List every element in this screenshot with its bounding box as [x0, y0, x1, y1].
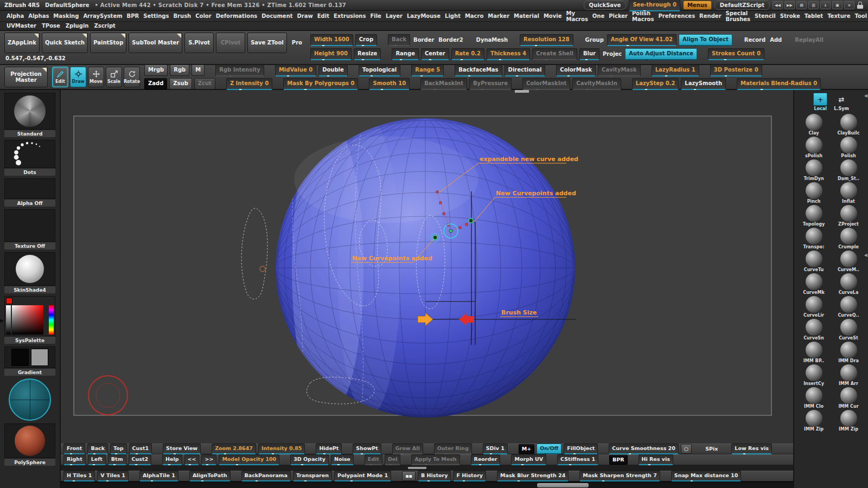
shelf-control[interactable]: Topological: [359, 65, 400, 76]
plugin-button[interactable]: ZAppLink: [4, 33, 40, 53]
shelf-control[interactable]: Cust1: [129, 444, 152, 454]
shelf-control[interactable]: B History: [418, 471, 451, 481]
syspalette-picker[interactable]: [4, 296, 55, 336]
menu-item[interactable]: Edit: [315, 12, 331, 20]
window-control-icon[interactable]: ▣: [832, 1, 843, 9]
shelf-control[interactable]: Transparen: [293, 471, 332, 481]
shelf-control[interactable]: Materials Blend-Radius 0: [737, 78, 821, 90]
brush-preset[interactable]: InsertCy: [799, 364, 828, 386]
gradient-thumbnail[interactable]: [4, 346, 55, 368]
shelf-control[interactable]: Blur: [579, 48, 599, 60]
shelf-control[interactable]: Rate 0.2: [451, 48, 484, 60]
menu-item[interactable]: My Macros: [564, 9, 590, 23]
shelf-control[interactable]: Btm: [108, 454, 126, 465]
brush-preset[interactable]: Dam_St..: [834, 159, 863, 181]
projection-master-button[interactable]: Projection Master: [4, 67, 48, 87]
shelf-control[interactable]: Morph UV: [511, 454, 546, 465]
shelf-control[interactable]: Create Shell: [532, 48, 577, 60]
brush-preset[interactable]: Clay: [799, 114, 828, 136]
shelf-control[interactable]: CStiffness 1: [557, 454, 598, 465]
shelf-control[interactable]: Rgb Intensity: [215, 65, 264, 76]
brush-preset[interactable]: IMM BP..: [799, 342, 828, 363]
menu-item[interactable]: Settings: [141, 12, 171, 20]
shelf-control[interactable]: V Tiles 1: [97, 471, 129, 481]
shelf-control[interactable]: Noise: [331, 454, 354, 465]
brush-preset[interactable]: ClayBuilc: [834, 114, 863, 136]
menus-toggle-button[interactable]: Menus: [683, 1, 712, 10]
brush-preset[interactable]: CurveM..: [834, 251, 863, 272]
brush-preset[interactable]: Crumple: [834, 228, 863, 249]
menu-item[interactable]: Marker: [486, 12, 512, 20]
color-picker[interactable]: SysPalette: [4, 296, 55, 344]
shelf-control[interactable]: Mask Blur Strength 24: [497, 471, 569, 481]
shelf-control[interactable]: BackfaceMas: [455, 65, 502, 76]
menu-item[interactable]: Light: [443, 12, 463, 20]
shelf-control[interactable]: Height 900: [310, 48, 352, 60]
shelf-control[interactable]: SDiv 1: [483, 444, 508, 454]
texture-selector[interactable]: Texture Off: [4, 209, 55, 249]
shelf-control[interactable]: Apply To Mesh: [411, 454, 459, 465]
menu-item[interactable]: Brush: [171, 12, 193, 20]
stroke-selector[interactable]: Dots: [4, 140, 55, 176]
window-control-icon[interactable]: ▶▶: [784, 1, 795, 9]
shelf-control[interactable]: Help: [162, 454, 182, 465]
shelf-control[interactable]: ShowPt: [353, 444, 381, 454]
brush-preset[interactable]: IMM Zip: [799, 410, 828, 432]
shelf-control[interactable]: Cust2: [129, 454, 152, 465]
shelf-control[interactable]: Range 5: [411, 65, 444, 76]
shelf-control[interactable]: Smooth 10: [369, 78, 410, 90]
shelf-control[interactable]: M+: [519, 444, 534, 454]
shelf-control[interactable]: Intensity 0.85: [258, 444, 305, 454]
shelf-control[interactable]: Directional: [505, 65, 546, 76]
current-brush-selector[interactable]: Standard: [4, 93, 55, 137]
value-strip[interactable]: [6, 305, 11, 335]
brush-preset[interactable]: Topology: [799, 205, 828, 227]
shelf-control[interactable]: Zadd: [144, 78, 167, 89]
shelf-control[interactable]: Curve Smoothness 20: [609, 444, 679, 454]
menu-item[interactable]: One: [590, 12, 607, 20]
shelf-control[interactable]: MidValue 0: [275, 65, 316, 76]
menu-item[interactable]: ArraySystem: [81, 12, 124, 20]
shelf-control[interactable]: Reorder: [471, 454, 501, 465]
menu-item[interactable]: File: [368, 12, 383, 20]
shelf-control[interactable]: <<: [184, 454, 200, 465]
menu-item[interactable]: Alpha: [4, 12, 26, 20]
window-control-icon[interactable]: ×: [844, 1, 854, 9]
menu-item[interactable]: Texture: [825, 12, 852, 20]
menu-item[interactable]: Masking: [51, 12, 81, 20]
shelf-control[interactable]: Polypaint Mode 1: [334, 471, 391, 481]
shelf-control[interactable]: ColorMaskInt: [522, 78, 570, 90]
shelf-control[interactable]: ColorMask: [556, 65, 596, 76]
brush-preset[interactable]: CurveLir: [799, 296, 828, 318]
shelf-control[interactable]: Zsub: [169, 78, 192, 89]
brush-preset[interactable]: CurveMk: [799, 273, 828, 295]
menu-item[interactable]: Tablet: [802, 12, 825, 20]
shelf-control[interactable]: Angle Of View 41.02: [607, 34, 676, 46]
menu-item[interactable]: Alphas: [26, 12, 51, 20]
menu-item[interactable]: Stencil: [752, 12, 778, 20]
plugin-button[interactable]: PaintStop: [90, 33, 126, 53]
color-wheel-icon[interactable]: [9, 378, 51, 421]
edit-mode-button[interactable]: Edit: [52, 67, 68, 87]
menu-item[interactable]: BPR: [125, 12, 142, 20]
window-control-icon[interactable]: ▤: [796, 1, 807, 9]
saturation-square[interactable]: [12, 305, 43, 335]
shelf-control[interactable]: F History: [453, 471, 486, 481]
gradient-color-1[interactable]: [11, 349, 29, 366]
shelf-control[interactable]: Hi Res vis: [639, 454, 673, 465]
polysphere-thumbnail[interactable]: [4, 423, 55, 458]
horizontal-scrollbar[interactable]: [61, 481, 793, 488]
shelf-control[interactable]: >>: [201, 454, 216, 465]
window-control-icon[interactable]: ◀◀: [773, 1, 783, 9]
brush-preset[interactable]: ZProject: [834, 205, 863, 227]
shelf-control[interactable]: HidePt: [316, 444, 342, 454]
gradient-selector[interactable]: Gradient: [4, 346, 55, 376]
shelf-control[interactable]: Low Res vis: [731, 444, 772, 454]
plugin-button[interactable]: Quick Sketch: [42, 33, 88, 53]
shelf-control[interactable]: Top: [110, 444, 127, 454]
document-canvas[interactable]: expandeble new curve added New Curvepoin…: [61, 90, 793, 444]
shelf-control[interactable]: Mask Sharpen Strength 7: [579, 471, 660, 481]
menu-item[interactable]: Render: [697, 12, 723, 20]
lock-icon[interactable]: [857, 2, 864, 9]
shelf-control[interactable]: 3D Posterize 0: [710, 65, 762, 76]
